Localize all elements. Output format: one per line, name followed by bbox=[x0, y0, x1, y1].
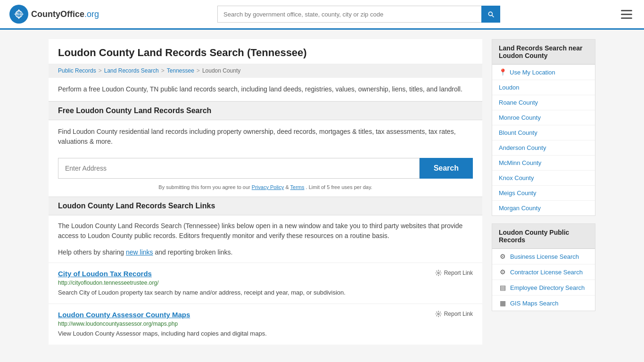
breadcrumb-sep-1: > bbox=[99, 67, 102, 74]
sidebar-item-morgan[interactable]: Morgan County bbox=[492, 201, 595, 215]
sidebar-public-records-header-text: Loudon County Public Records bbox=[499, 229, 569, 244]
privacy-policy-link[interactable]: Privacy Policy bbox=[252, 184, 284, 190]
employee-directory-link[interactable]: Employee Directory Search bbox=[510, 284, 585, 291]
disclaimer-and: & bbox=[285, 184, 290, 190]
sidebar: Land Records Search near Loudon County 📍… bbox=[492, 39, 595, 345]
nearby-anderson-link[interactable]: Anderson County bbox=[499, 144, 546, 151]
links-description: The Loudon County Land Records Search (T… bbox=[49, 215, 482, 247]
sidebar-record-gis-maps[interactable]: ▦ GIS Maps Search bbox=[492, 296, 595, 311]
header-search-button[interactable] bbox=[481, 6, 500, 23]
sidebar-nearby-section: Land Records Search near Loudon County 📍… bbox=[492, 39, 595, 216]
content-area: Loudon County Land Records Search (Tenne… bbox=[49, 39, 482, 345]
employee-directory-icon: ▤ bbox=[499, 284, 506, 291]
terms-link[interactable]: Terms bbox=[290, 184, 305, 190]
gis-maps-icon: ▦ bbox=[499, 299, 506, 307]
link-title-1[interactable]: Loudon County Assessor County Maps bbox=[58, 311, 190, 319]
header-search-input[interactable] bbox=[217, 6, 481, 23]
logo-area: CountyOffice.org bbox=[9, 5, 99, 24]
share-note: Help others by sharing new links and rep… bbox=[49, 247, 482, 263]
breadcrumb-sep-2: > bbox=[161, 67, 165, 74]
address-search-button[interactable]: Search bbox=[420, 158, 473, 179]
page-description: Perform a free Loudon County, TN public … bbox=[49, 78, 482, 101]
sidebar-item-mcminn[interactable]: McMinn County bbox=[492, 156, 595, 171]
business-license-icon: ⚙ bbox=[499, 253, 506, 260]
menu-bar-3 bbox=[621, 17, 632, 19]
breadcrumb-tennessee[interactable]: Tennessee bbox=[167, 67, 194, 74]
nearby-morgan-link[interactable]: Morgan County bbox=[499, 205, 541, 212]
free-search-description: Find Loudon County residential land reco… bbox=[49, 120, 482, 153]
nearby-loudon-link[interactable]: Loudon bbox=[499, 84, 519, 91]
sidebar-item-roane[interactable]: Roane County bbox=[492, 95, 595, 110]
breadcrumb-public-records[interactable]: Public Records bbox=[58, 67, 96, 74]
new-links-link[interactable]: new links bbox=[126, 248, 153, 256]
form-disclaimer: By submitting this form you agree to our… bbox=[49, 181, 482, 197]
menu-button[interactable] bbox=[619, 8, 635, 21]
breadcrumb-sep-3: > bbox=[197, 67, 200, 74]
location-pin-icon: 📍 bbox=[499, 68, 507, 76]
nearby-mcminn-link[interactable]: McMinn County bbox=[499, 159, 541, 166]
svg-point-4 bbox=[17, 13, 18, 14]
header-search-icon bbox=[487, 10, 495, 18]
main-container: Loudon County Land Records Search (Tenne… bbox=[39, 30, 605, 354]
sidebar-record-contractor-license[interactable]: ⚙ Contractor License Search bbox=[492, 264, 595, 280]
breadcrumb-land-records[interactable]: Land Records Search bbox=[104, 67, 159, 74]
link-entry-header-0: City of Loudon Tax Records Report Link bbox=[58, 270, 473, 278]
link-url-1[interactable]: http://www.loudoncountyassessor.org/maps… bbox=[58, 321, 473, 327]
address-row: Search bbox=[58, 158, 473, 179]
nearby-roane-link[interactable]: Roane County bbox=[499, 99, 538, 106]
link-entry-header-1: Loudon County Assessor County Maps Repor… bbox=[58, 311, 473, 319]
sidebar-item-anderson[interactable]: Anderson County bbox=[492, 140, 595, 156]
disclaimer-text: By submitting this form you agree to our bbox=[158, 184, 250, 190]
sidebar-record-business-license[interactable]: ⚙ Business License Search bbox=[492, 249, 595, 264]
nearby-meigs-link[interactable]: Meigs County bbox=[499, 189, 536, 197]
contractor-license-link[interactable]: Contractor License Search bbox=[510, 269, 583, 276]
site-header: CountyOffice.org bbox=[0, 0, 644, 30]
sidebar-item-monroe[interactable]: Monroe County bbox=[492, 110, 595, 125]
sidebar-public-records-section: Loudon County Public Records ⚙ Business … bbox=[492, 223, 595, 311]
menu-bar-2 bbox=[621, 14, 632, 15]
nearby-blount-link[interactable]: Blount County bbox=[499, 129, 537, 136]
sidebar-item-loudon[interactable]: Loudon bbox=[492, 80, 595, 95]
sidebar-item-knox[interactable]: Knox County bbox=[492, 171, 595, 186]
nearby-knox-link[interactable]: Knox County bbox=[499, 174, 534, 181]
business-license-link[interactable]: Business License Search bbox=[510, 253, 579, 260]
report-label-0: Report Link bbox=[444, 270, 473, 276]
header-search-container bbox=[217, 6, 500, 23]
link-url-0[interactable]: http://cityofloudon.tennesseetrustee.org… bbox=[58, 280, 473, 286]
nearby-monroe-link[interactable]: Monroe County bbox=[499, 114, 541, 121]
page-title: Loudon County Land Records Search (Tenne… bbox=[49, 39, 482, 64]
report-broken-text: and reporting broken links. bbox=[155, 248, 232, 256]
use-limit: Limit of 5 free uses per day. bbox=[309, 184, 372, 190]
sidebar-record-employee-directory[interactable]: ▤ Employee Directory Search bbox=[492, 280, 595, 296]
contractor-license-icon: ⚙ bbox=[499, 268, 506, 276]
report-icon-1 bbox=[435, 311, 442, 317]
breadcrumb-current: Loudon County bbox=[202, 67, 240, 74]
links-section-header: Loudon County Land Records Search Links bbox=[49, 197, 482, 215]
gis-maps-link[interactable]: GIS Maps Search bbox=[510, 300, 559, 307]
link-title-0[interactable]: City of Loudon Tax Records bbox=[58, 270, 152, 278]
link-desc-1: View Loudon County Assessor maps, includ… bbox=[58, 329, 473, 338]
logo-icon bbox=[9, 5, 28, 24]
sidebar-public-records-header: Loudon County Public Records bbox=[492, 224, 595, 249]
use-my-location-link[interactable]: Use My Location bbox=[510, 69, 555, 76]
logo-text: CountyOffice.org bbox=[31, 9, 99, 19]
report-link-btn-0[interactable]: Report Link bbox=[435, 270, 473, 276]
link-desc-0: Search City of Loudon property tax searc… bbox=[58, 288, 473, 297]
report-icon-0 bbox=[435, 270, 442, 276]
sidebar-nearby-header: Land Records Search near Loudon County bbox=[492, 40, 595, 65]
sidebar-nearby-header-text: Land Records Search near Loudon County bbox=[499, 44, 582, 59]
address-input[interactable] bbox=[58, 158, 420, 179]
free-search-header: Free Loudon County Land Records Search bbox=[49, 101, 482, 120]
svg-point-6 bbox=[438, 313, 439, 315]
breadcrumb: Public Records > Land Records Search > T… bbox=[49, 64, 482, 78]
sidebar-item-meigs[interactable]: Meigs County bbox=[492, 186, 595, 201]
menu-bar-1 bbox=[621, 10, 632, 11]
link-entry-0: City of Loudon Tax Records Report Link h… bbox=[49, 263, 482, 304]
sidebar-item-blount[interactable]: Blount County bbox=[492, 125, 595, 140]
report-label-1: Report Link bbox=[444, 311, 473, 317]
sidebar-use-location[interactable]: 📍 Use My Location bbox=[492, 65, 595, 80]
share-note-text: Help others by sharing bbox=[58, 248, 124, 256]
svg-point-5 bbox=[438, 272, 439, 274]
report-link-btn-1[interactable]: Report Link bbox=[435, 311, 473, 317]
address-search-form: Search bbox=[49, 153, 482, 181]
